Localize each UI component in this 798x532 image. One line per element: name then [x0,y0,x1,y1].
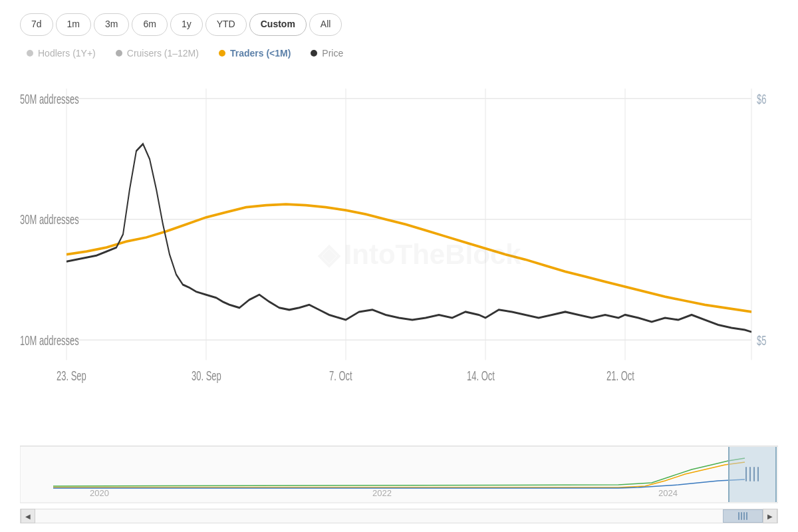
legend-hodlers[interactable]: Hodlers (1Y+) [27,48,96,59]
svg-text:30M addresses: 30M addresses [20,212,79,227]
hodlers-dot [27,50,33,57]
svg-text:2022: 2022 [372,488,392,498]
svg-text:14. Oct: 14. Oct [467,368,495,383]
btn-3m[interactable]: 3m [94,13,129,36]
hodlers-label: Hodlers (1Y+) [38,48,96,59]
grip-line-1 [738,512,739,520]
price-label: Price [322,48,343,59]
main-chart-area: ◈ IntoTheBlock 50M addresses 30M address… [20,68,778,440]
svg-rect-25 [775,447,777,502]
scroll-track [35,509,763,523]
price-dot [311,50,317,57]
navigator-svg: 2020 2022 2024 [20,446,778,506]
navigator-scrollbar: ◀ ▶ [20,509,778,523]
traders-dot [219,50,225,57]
traders-label: Traders (<1M) [230,48,291,59]
scroll-left-btn[interactable]: ◀ [21,509,35,523]
traders-line [66,204,751,312]
scroll-right-btn[interactable]: ▶ [763,509,777,523]
svg-text:10M addresses: 10M addresses [20,333,79,348]
svg-text:50M addresses: 50M addresses [20,92,79,106]
svg-text:2020: 2020 [90,488,109,498]
svg-text:$6: $6 [757,92,766,106]
btn-custom[interactable]: Custom [249,13,307,36]
legend-cruisers[interactable]: Cruisers (1–12M) [116,48,199,59]
grip-line-3 [743,512,745,520]
svg-text:21. Oct: 21. Oct [606,368,634,383]
svg-text:2024: 2024 [658,488,678,498]
cruisers-dot [116,50,122,57]
navigator-section: 2020 2022 2024 ◀ [20,446,778,525]
legend-traders[interactable]: Traders (<1M) [219,48,291,59]
btn-7d[interactable]: 7d [20,13,53,36]
btn-all[interactable]: All [309,13,342,36]
chart-svg: 50M addresses 30M addresses 10M addresse… [20,68,778,440]
main-container: 7d 1m 3m 6m 1y YTD Custom All Hodlers (1… [0,0,798,532]
svg-text:30. Sep: 30. Sep [192,368,221,383]
cruisers-label: Cruisers (1–12M) [127,48,199,59]
svg-text:$5: $5 [757,333,766,348]
time-range-bar: 7d 1m 3m 6m 1y YTD Custom All [20,13,778,36]
grip-line-2 [741,512,742,520]
btn-6m[interactable]: 6m [132,13,167,36]
svg-rect-23 [728,447,777,502]
grip-line-4 [746,512,747,520]
svg-text:7. Oct: 7. Oct [329,368,352,383]
btn-1m[interactable]: 1m [56,13,91,36]
svg-text:23. Sep: 23. Sep [57,368,86,383]
chart-legend: Hodlers (1Y+) Cruisers (1–12M) Traders (… [20,48,778,59]
btn-ytd[interactable]: YTD [205,13,247,36]
price-line [66,144,751,332]
scroll-handle-grip [738,512,747,520]
svg-rect-24 [728,447,730,502]
btn-1y[interactable]: 1y [170,13,203,36]
scroll-handle[interactable] [723,509,763,523]
legend-price[interactable]: Price [311,48,343,59]
